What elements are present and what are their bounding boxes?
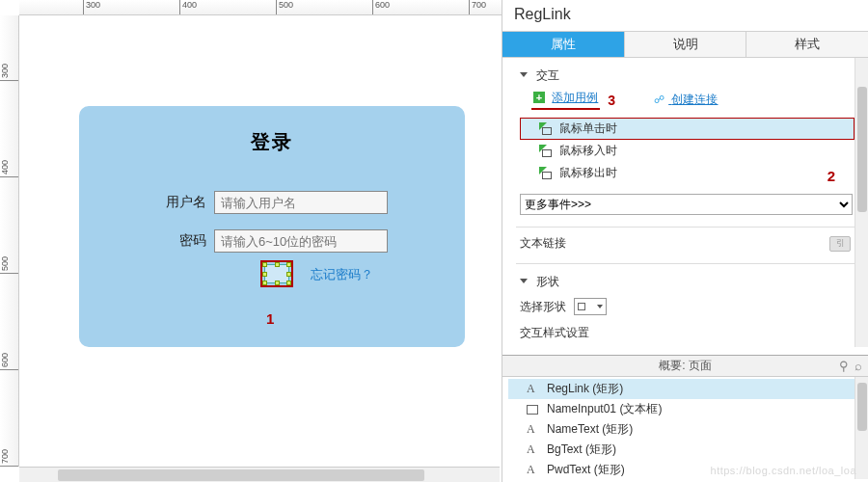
ruler-v-tick: 400 (0, 160, 19, 177)
ruler-vertical: 300 400 500 600 700 (0, 15, 19, 467)
section-interactions: 交互 + 添加用例 3 ☍ 创建连接 (502, 58, 868, 118)
outline-row[interactable]: PwdText (矩形) (508, 460, 868, 479)
ruler-h-tick: 300 (83, 0, 100, 15)
outline-row-label: BgText (矩形) (547, 442, 616, 458)
outline-row-label: RegLink (矩形) (547, 381, 623, 397)
square-icon (578, 303, 585, 310)
scrollbar-thumb[interactable] (857, 383, 867, 431)
ruler-h-tick: 500 (276, 0, 293, 15)
ruler-v-tick: 500 (0, 256, 19, 274)
divider (516, 227, 854, 228)
outline-title: 概要: 页面 (659, 358, 712, 374)
tab-notes[interactable]: 说明 (625, 32, 747, 57)
section-interactions-header[interactable]: 交互 (520, 62, 854, 88)
text-shape-icon (526, 464, 539, 476)
tab-properties[interactable]: 属性 (502, 32, 625, 57)
inspector-scrollbar[interactable] (854, 58, 868, 347)
text-shape-icon (526, 443, 539, 456)
more-events: 更多事件>>> (520, 194, 853, 215)
ruler-v-tick: 700 (0, 449, 19, 467)
text-shape-icon (526, 383, 539, 395)
ruler-h-tick: 700 (469, 0, 486, 15)
ruler-h-tick: 400 (179, 0, 197, 15)
scrollbar-thumb[interactable] (857, 87, 867, 212)
event-mouseenter-label: 鼠标移入时 (559, 143, 617, 159)
login-title: 登录 (79, 106, 465, 155)
selected-widget[interactable] (264, 264, 289, 283)
chevron-down-icon (597, 305, 603, 308)
outline-row-label: PwdText (矩形) (547, 462, 625, 478)
interaction-style-label: 交互样式设置 (520, 325, 854, 341)
outline-row[interactable]: NameInput01 (文本框) (508, 399, 868, 419)
plus-icon: + (533, 92, 545, 103)
chevron-down-icon (520, 72, 528, 77)
add-case-link[interactable]: + 添加用例 (531, 90, 600, 110)
create-link-label: 创建连接 (671, 93, 718, 106)
ruler-horizontal: 300 400 500 600 700 (19, 0, 502, 15)
event-icon (539, 122, 552, 135)
section-interactions-label: 交互 (536, 68, 559, 82)
ruler-h-tick: 600 (372, 0, 390, 15)
ref-badge[interactable]: 引 (829, 236, 851, 252)
inspector-panel: RegLink 属性 说明 样式 交互 + 添加用例 3 ☍ 创建连接 (502, 0, 868, 482)
password-input[interactable] (214, 229, 388, 253)
cursor-icon: ↖ (524, 346, 533, 347)
username-label: 用户名 (79, 194, 214, 211)
password-label: 密码 (79, 232, 214, 250)
section-interaction-style: 交互样式设置 ↖ 鼠标悬停 (502, 325, 868, 347)
event-icon (539, 167, 552, 179)
username-input[interactable] (214, 191, 388, 214)
selected-widget-name: RegLink (502, 0, 868, 31)
scrollbar-thumb[interactable] (58, 469, 424, 481)
event-icon (539, 145, 552, 157)
outline-list: RegLink (矩形) NameInput01 (文本框) NameText … (502, 377, 868, 479)
search-icon[interactable]: ⌕ (854, 359, 862, 373)
divider (516, 263, 854, 264)
shape-select-row: 选择形状 (502, 296, 868, 325)
password-row: 密码 (79, 229, 465, 253)
inspector-body: 交互 + 添加用例 3 ☍ 创建连接 鼠标单击时 鼠标移 (502, 58, 868, 347)
annotation-2: 2 (827, 168, 835, 184)
outline-row[interactable]: BgText (矩形) (508, 440, 868, 460)
select-shape-label: 选择形状 (520, 299, 566, 315)
outline-scrollbar[interactable] (854, 377, 868, 479)
create-link-link[interactable]: ☍ 创建连接 (654, 92, 718, 108)
ruler-v-tick: 300 (0, 64, 19, 81)
event-onclick[interactable]: 鼠标单击时 (520, 118, 854, 140)
shape-dropdown[interactable] (574, 298, 607, 315)
canvas[interactable]: 登录 用户名 密码 忘记密码？ 1 (19, 15, 500, 467)
username-row: 用户名 (79, 191, 465, 214)
link-icon: ☍ (654, 94, 665, 106)
outline-row[interactable]: RegLink (矩形) (508, 379, 868, 399)
event-onclick-label: 鼠标单击时 (559, 120, 617, 137)
event-mouseenter[interactable]: 鼠标移入时 (520, 140, 854, 162)
event-mouseleave-label: 鼠标移出时 (559, 165, 617, 181)
filter-icon[interactable]: ⚲ (839, 359, 849, 373)
add-case-row: + 添加用例 3 ☍ 创建连接 (520, 88, 854, 116)
canvas-scrollbar-horizontal[interactable] (19, 467, 500, 482)
section-shape-header[interactable]: 形状 (520, 268, 854, 294)
mouse-hover-link[interactable]: 鼠标悬停 (538, 346, 584, 347)
event-list: 鼠标单击时 鼠标移入时 鼠标移出时 (520, 118, 854, 184)
forgot-password-link[interactable]: 忘记密码？ (311, 266, 373, 283)
outline-row[interactable]: NameText (矩形) (508, 419, 868, 440)
section-shape: 形状 (502, 268, 868, 296)
text-link-label: 文本链接 (520, 235, 566, 252)
outline-row-label: NameText (矩形) (547, 421, 633, 438)
add-case-label: 添加用例 (552, 91, 598, 104)
outline-row-label: NameInput01 (文本框) (547, 401, 662, 417)
section-shape-label: 形状 (536, 275, 559, 288)
annotation-3: 3 (608, 93, 615, 108)
text-shape-icon (526, 423, 539, 436)
ruler-v-tick: 600 (0, 353, 19, 370)
text-link-row: 文本链接 引 (502, 231, 868, 259)
annotation-1: 1 (266, 310, 274, 327)
textfield-icon (526, 403, 539, 415)
more-events-select[interactable]: 更多事件>>> (520, 194, 853, 215)
tab-style[interactable]: 样式 (746, 32, 868, 57)
outline-panel: 概要: 页面 ⚲ ⌕ RegLink (矩形) NameInput01 (文本框… (502, 355, 868, 482)
event-mouseleave[interactable]: 鼠标移出时 (520, 162, 854, 184)
outline-header: 概要: 页面 ⚲ ⌕ (502, 356, 868, 377)
chevron-down-icon (520, 279, 528, 283)
inspector-tabs: 属性 说明 样式 (502, 31, 868, 58)
